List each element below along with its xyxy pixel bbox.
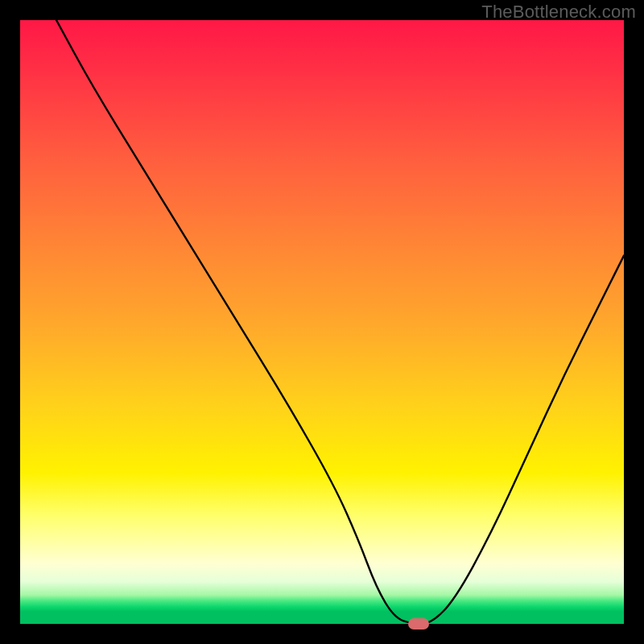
bottleneck-curve [56,20,624,624]
plot-area [20,20,624,624]
chart-frame: TheBottleneck.com [0,0,644,644]
curve-layer [20,20,624,624]
watermark-text: TheBottleneck.com [481,2,636,23]
optimal-marker [408,618,429,630]
